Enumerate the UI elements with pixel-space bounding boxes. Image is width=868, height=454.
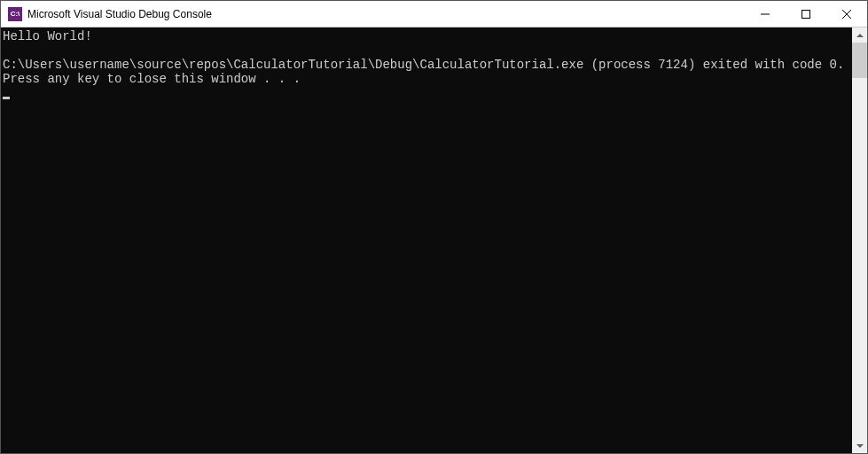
debug-console-window: C:\ Microsoft Visual Studio Debug Consol… (0, 0, 868, 454)
chevron-down-icon (856, 444, 864, 448)
scrollbar-up-button[interactable] (852, 27, 867, 43)
content-area: Hello World! C:\Users\username\source\re… (1, 27, 867, 453)
scrollbar-track[interactable] (852, 43, 867, 438)
chevron-up-icon (856, 34, 864, 37)
titlebar[interactable]: C:\ Microsoft Visual Studio Debug Consol… (1, 1, 867, 27)
console-line: Hello World! (3, 29, 92, 43)
app-icon-text: C:\ (11, 10, 20, 18)
svg-marker-4 (856, 34, 864, 37)
close-icon (842, 10, 851, 19)
scrollbar-down-button[interactable] (852, 438, 867, 453)
close-button[interactable] (826, 1, 867, 27)
app-icon: C:\ (8, 7, 22, 21)
console-line: C:\Users\username\source\repos\Calculato… (3, 58, 844, 72)
svg-rect-1 (802, 10, 810, 18)
window-title: Microsoft Visual Studio Debug Console (27, 8, 745, 20)
vertical-scrollbar[interactable] (852, 27, 867, 453)
maximize-button[interactable] (786, 1, 826, 27)
console-line: Press any key to close this window . . . (3, 72, 301, 86)
console-output[interactable]: Hello World! C:\Users\username\source\re… (1, 27, 852, 453)
scrollbar-thumb[interactable] (852, 43, 867, 78)
svg-marker-5 (856, 444, 864, 448)
minimize-button[interactable] (745, 1, 786, 27)
cursor (3, 97, 10, 99)
maximize-icon (802, 10, 810, 19)
window-controls (745, 1, 867, 27)
minimize-icon (761, 10, 770, 19)
